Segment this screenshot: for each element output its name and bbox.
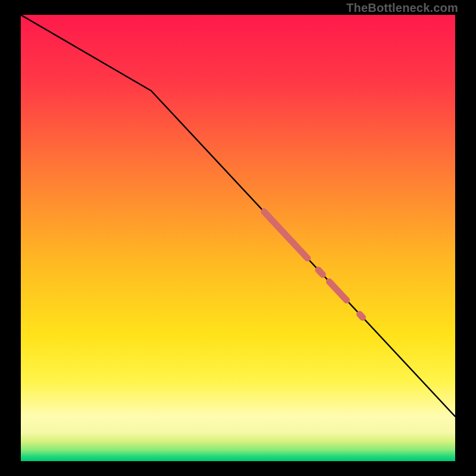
- chart-stage: TheBottleneck.com: [0, 0, 476, 476]
- watermark-text: TheBottleneck.com: [346, 1, 458, 15]
- chart-highlight-segment-1: [318, 270, 322, 275]
- chart-plot-area: [21, 15, 455, 461]
- chart-svg: [21, 15, 455, 461]
- chart-highlight-segment-3: [359, 314, 362, 317]
- chart-background: [21, 15, 455, 461]
